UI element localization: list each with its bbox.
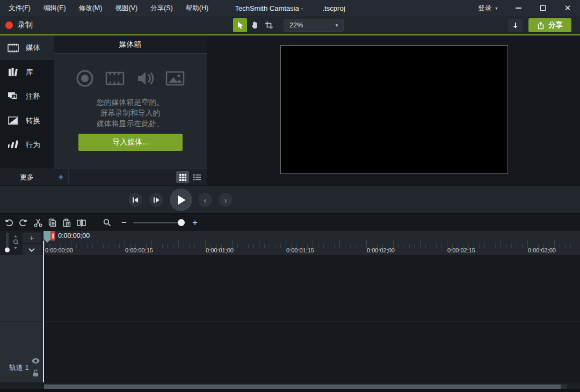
menu-edit[interactable]: 编辑(E) bbox=[37, 0, 73, 16]
menu-modify[interactable]: 修改(M) bbox=[73, 0, 109, 16]
bottom-edge bbox=[0, 389, 580, 392]
sidebar-item-behaviors[interactable]: 行为 bbox=[0, 133, 54, 157]
timeline-ruler[interactable]: + 0:00:00;00 0:00:00;15 0:00:01;00 0:00:… bbox=[0, 231, 580, 255]
playhead-time: 0:00:00;00 bbox=[58, 232, 90, 239]
sign-in-button[interactable]: 登录 ▼ bbox=[478, 0, 498, 16]
ruler-label-0: 0:00:00;00 bbox=[45, 247, 73, 253]
next-clip-button[interactable]: › bbox=[219, 193, 233, 207]
ruler-label-3: 0:00:01;15 bbox=[286, 247, 314, 253]
sidebar-label-behaviors: 行为 bbox=[26, 140, 40, 150]
timeline-zoom-knob[interactable] bbox=[178, 219, 185, 226]
annotation-icon: a bbox=[7, 91, 19, 102]
audio-icon bbox=[135, 68, 155, 89]
playhead-line[interactable] bbox=[43, 241, 44, 382]
empty-line-1: 您的媒体箱是空的。 bbox=[54, 97, 207, 107]
media-bin-title: 媒体箱 bbox=[119, 40, 142, 49]
edit-tools bbox=[2, 214, 89, 231]
plus-icon: + bbox=[59, 172, 64, 183]
media-bin-panel: 媒体箱 您的媒体箱是空的。 屏幕录制和导入的 媒体将显示在此处。 导入媒体...… bbox=[54, 35, 207, 185]
split-button[interactable] bbox=[74, 214, 89, 231]
share-label: 分享 bbox=[548, 20, 563, 30]
minimize-icon bbox=[516, 8, 521, 9]
titlebar: 文件(F) 编辑(E) 修改(M) 视图(V) 分享(S) 帮助(H) Tech… bbox=[0, 0, 580, 16]
sidebar-label-annotations: 注释 bbox=[26, 92, 40, 101]
sidebar-more-button[interactable]: 更多 bbox=[0, 169, 54, 185]
step-backward-button[interactable] bbox=[128, 193, 142, 207]
play-button[interactable] bbox=[170, 188, 192, 211]
track-visibility-toggle[interactable] bbox=[32, 358, 40, 364]
ruler-label-4: 0:00:02;00 bbox=[367, 247, 395, 253]
main-toolbar: 录制 22% ▼ 分享 bbox=[0, 16, 580, 34]
menu-view[interactable]: 视图(V) bbox=[108, 0, 144, 16]
step-forward-icon bbox=[153, 197, 160, 203]
more-label: 更多 bbox=[20, 172, 34, 182]
media-bin-header: 媒体箱 bbox=[54, 35, 207, 54]
import-media-button[interactable]: 导入媒体... bbox=[78, 134, 183, 151]
step-backward-icon bbox=[132, 197, 139, 203]
ruler-scale[interactable]: 0:00:00;00 0:00:00;15 0:00:01;00 0:00:01… bbox=[44, 231, 580, 255]
previous-clip-button[interactable]: ‹ bbox=[198, 193, 212, 207]
grid-view-button[interactable] bbox=[176, 171, 189, 183]
magnifier-icon bbox=[103, 219, 111, 227]
track-height-knob[interactable] bbox=[5, 248, 10, 252]
canvas-zoom-value: 22% bbox=[289, 21, 335, 29]
lane-separator bbox=[44, 352, 580, 352]
menu-share[interactable]: 分享(S) bbox=[144, 0, 179, 16]
track-height-slider[interactable] bbox=[6, 233, 9, 249]
media-bin-empty-icons bbox=[54, 68, 207, 89]
media-bin-footer: + bbox=[54, 169, 207, 185]
sidebar-item-library[interactable]: 库 bbox=[0, 60, 54, 84]
redo-button[interactable] bbox=[16, 214, 31, 231]
chevron-down-icon bbox=[28, 248, 35, 252]
export-local-button[interactable] bbox=[508, 19, 523, 32]
share-button[interactable]: 分享 bbox=[528, 18, 571, 32]
collapse-tracks-button[interactable] bbox=[23, 244, 41, 255]
library-icon bbox=[7, 67, 19, 78]
menu-file[interactable]: 文件(F) bbox=[2, 0, 37, 16]
zoom-out-button[interactable]: − bbox=[119, 214, 129, 231]
track-1-header[interactable]: 轨道 1 bbox=[0, 352, 44, 382]
window-title-app: TechSmith Camtasia - bbox=[235, 4, 303, 12]
undo-button[interactable] bbox=[2, 214, 16, 231]
transition-icon bbox=[7, 115, 19, 126]
canvas-zoom-dropdown[interactable]: 22% ▼ bbox=[284, 19, 344, 32]
track-1-name: 轨道 1 bbox=[9, 363, 29, 373]
playhead-handle[interactable] bbox=[50, 231, 55, 241]
copy-button[interactable] bbox=[45, 214, 60, 231]
list-view-button[interactable] bbox=[191, 171, 204, 183]
redo-icon bbox=[19, 219, 28, 227]
sidebar-item-annotations[interactable]: a 注释 bbox=[0, 84, 54, 108]
gutter-separator bbox=[0, 321, 44, 322]
add-track-button[interactable]: + bbox=[23, 233, 41, 243]
scrollbar-thumb[interactable] bbox=[44, 384, 561, 389]
import-media-label: 导入媒体... bbox=[112, 137, 149, 147]
add-media-button[interactable]: + bbox=[54, 169, 69, 185]
cut-button[interactable] bbox=[31, 214, 45, 231]
timeline-zoom-button[interactable] bbox=[100, 214, 114, 231]
hand-icon bbox=[250, 21, 259, 30]
ruler-label-5: 0:00:02;15 bbox=[447, 247, 475, 253]
sidebar-item-media[interactable]: 媒体 bbox=[0, 35, 54, 60]
pan-tool-button[interactable] bbox=[248, 18, 262, 32]
timeline-toolbar: − + bbox=[0, 213, 580, 231]
timeline-zoom-slider[interactable] bbox=[133, 222, 182, 223]
track-lock-toggle[interactable] bbox=[33, 369, 39, 377]
record-icon bbox=[5, 21, 13, 29]
maximize-icon bbox=[540, 5, 546, 11]
step-forward-button[interactable] bbox=[149, 193, 163, 207]
maximize-button[interactable] bbox=[531, 0, 555, 16]
minimize-button[interactable] bbox=[506, 0, 531, 16]
sidebar-item-transitions[interactable]: 转换 bbox=[0, 108, 54, 133]
record-button[interactable]: 录制 bbox=[5, 16, 33, 34]
tracks-content[interactable] bbox=[44, 255, 580, 382]
paste-button[interactable] bbox=[60, 214, 74, 231]
plus-icon: + bbox=[30, 234, 34, 242]
crop-tool-button[interactable] bbox=[262, 18, 276, 32]
eye-icon bbox=[32, 358, 40, 364]
canvas-area[interactable] bbox=[207, 35, 580, 185]
select-tool-button[interactable] bbox=[233, 18, 247, 32]
menu-help[interactable]: 帮助(H) bbox=[179, 0, 215, 16]
video-preview[interactable] bbox=[280, 45, 508, 174]
zoom-in-button[interactable]: + bbox=[190, 214, 200, 231]
close-button[interactable]: ✕ bbox=[555, 0, 580, 16]
